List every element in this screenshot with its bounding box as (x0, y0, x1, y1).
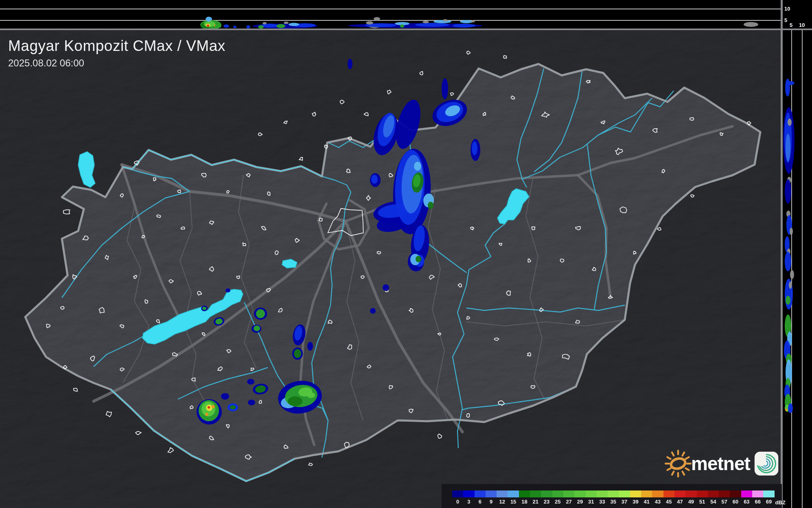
right-height-profile (783, 30, 812, 508)
right-profile-echo (785, 179, 791, 204)
radar-echo (248, 400, 255, 405)
dbz-tick-label: 60 (730, 499, 741, 505)
right-profile-echo (786, 296, 790, 305)
radar-echo (288, 396, 302, 406)
radar-echo (202, 307, 206, 310)
dbz-tick-label: 51 (697, 499, 708, 505)
radar-echo (294, 349, 301, 358)
top-profile-echo (366, 21, 373, 24)
dbz-legend-cell: 6 (475, 490, 486, 505)
dbz-tick-label: 49 (685, 499, 696, 505)
dbz-legend-cell: 51 (697, 490, 708, 505)
dbz-color-swatch (730, 490, 741, 497)
right-profile-echo (790, 228, 793, 235)
title-block: Magyar Kompozit CMax / VMax 2025.08.02 0… (8, 37, 225, 69)
top-profile-echo (284, 22, 289, 24)
top-profile-echo (223, 24, 229, 28)
dbz-color-swatch (608, 490, 619, 497)
dbz-color-swatch (652, 490, 663, 497)
dbz-tick-label: 47 (674, 499, 685, 505)
dbz-tick-label: 43 (652, 499, 663, 505)
dbz-legend-cell: 29 (574, 490, 585, 505)
radar-echo (414, 162, 421, 171)
top-profile-echo (433, 20, 451, 23)
dbz-color-swatch (552, 490, 563, 497)
top-profile-echo (233, 26, 236, 28)
dbz-legend-cell: 45 (663, 490, 674, 505)
map-canvas (0, 30, 781, 508)
dbz-tick-label: 31 (586, 499, 597, 505)
dbz-tick-label: 37 (619, 499, 630, 505)
dbz-color-swatch (763, 490, 774, 497)
dbz-color-swatch (586, 490, 597, 497)
dbz-tick-label: 63 (741, 499, 752, 505)
dbz-tick-label: 69 (763, 499, 774, 505)
dbz-legend-cell: 47 (674, 490, 685, 505)
dbz-color-swatch (630, 490, 641, 497)
top-profile-echo (246, 25, 250, 29)
dbz-tick-label: 3 (463, 499, 474, 505)
top-profile-echo (422, 21, 429, 23)
top-profile-10km-label: 10 (784, 6, 790, 11)
dbz-tick-label: 66 (752, 499, 763, 505)
radar-echo (254, 325, 260, 331)
dbz-color-swatch (719, 490, 730, 497)
radar-echo (416, 256, 421, 262)
radar-map: Magyar Kompozit CMax / VMax 2025.08.02 0… (0, 30, 781, 508)
dbz-color-swatch (508, 490, 519, 497)
dbz-legend-cell: 0 (452, 490, 463, 505)
dbz-tick-label: 27 (563, 499, 574, 505)
dbz-tick-label: 54 (708, 499, 719, 505)
dbz-color-swatch (463, 490, 474, 497)
page-title: Magyar Kompozit CMax / VMax (8, 37, 225, 55)
dbz-color-swatch (519, 490, 530, 497)
dbz-tick-label: 0 (452, 499, 463, 505)
dbz-color-swatch (541, 490, 552, 497)
dbz-color-swatch (563, 490, 574, 497)
dbz-legend-cell: 57 (719, 490, 730, 505)
dbz-tick-label: 15 (508, 499, 519, 505)
dbz-legend-cell: 39 (630, 490, 641, 505)
dbz-tick-label: 12 (497, 499, 508, 505)
dbz-tick-label: 35 (608, 499, 619, 505)
dbz-tick-label: 21 (530, 499, 541, 505)
dbz-tick-label: 6 (475, 499, 486, 505)
right-profile-echo (790, 270, 794, 279)
radar-echo (225, 288, 230, 292)
dbz-legend-cell: 15 (508, 490, 519, 505)
top-profile-echo (207, 24, 209, 27)
top-profile-echo (206, 17, 212, 22)
timestamp: 2025.08.02 06:00 (8, 57, 225, 69)
radar-echo (370, 308, 376, 314)
right-profile-echo (786, 81, 794, 85)
top-profile-echo (263, 22, 267, 24)
dbz-color-swatch (685, 490, 696, 497)
radar-echo (307, 342, 313, 351)
radar-echo (208, 406, 210, 409)
radar-echo (221, 393, 229, 400)
right-profile-echo (785, 252, 791, 271)
dbz-legend-cell: 33 (597, 490, 608, 505)
radar-echo (371, 175, 378, 184)
dbz-legend-cell: 21 (530, 490, 541, 505)
dbz-color-swatch (574, 490, 585, 497)
right-profile-5km-label: 5 (790, 22, 792, 28)
profile-axis-corner: 10 5 5 10 (783, 0, 812, 29)
top-profile-echo (443, 19, 448, 22)
dbz-tick-label: 25 (552, 499, 563, 505)
dbz-legend-cell: 63 (741, 490, 752, 505)
dbz-legend-cell: 60 (730, 490, 741, 505)
top-profile-echo (289, 23, 299, 26)
radar-echo (205, 413, 208, 416)
dbz-color-swatch (486, 490, 497, 497)
top-profile-plot (0, 0, 781, 29)
top-profile-echo (276, 24, 285, 28)
top-profile-echo (453, 24, 475, 28)
dbz-color-swatch (741, 490, 752, 497)
dbz-tick-label: 9 (486, 499, 497, 505)
top-profile-echo (744, 22, 758, 27)
top-profile-echo (415, 23, 449, 27)
dbz-legend-cell: 54 (708, 490, 719, 505)
dbz-legend-cell: 12 (497, 490, 508, 505)
right-profile-echo (788, 119, 792, 126)
